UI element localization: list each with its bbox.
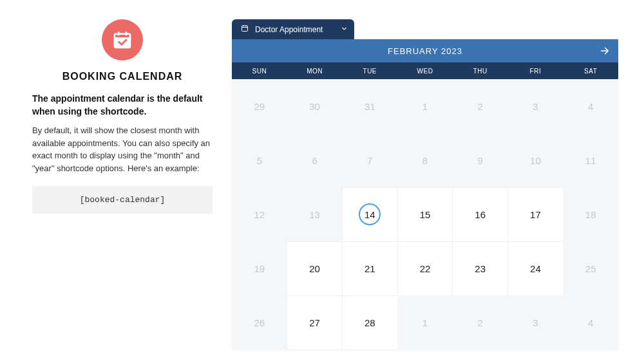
day-number: 3 [533,101,538,112]
day-number: 23 [475,263,486,274]
day-number: 16 [475,209,486,220]
day-number: 1 [422,101,428,112]
day-number: 15 [420,209,431,220]
svg-rect-3 [118,32,120,35]
calendar-day-cell: 19 [232,241,287,295]
day-number: 26 [254,317,265,328]
panel-description: By default, it will show the closest mon… [32,124,213,174]
day-number: 27 [309,317,320,328]
calendar-day-cell[interactable]: 20 [287,241,343,296]
day-number: 18 [585,209,596,220]
calendar-day-cell[interactable]: 14 [342,187,398,242]
day-number: 9 [478,155,483,166]
calendar-day-cell: 25 [563,241,618,295]
calendar-day-cell[interactable]: 16 [452,187,508,242]
calendar-day-cell: 29 [232,79,287,133]
calendar-widget: FEBRUARY 2023 SUN MON TUE WED THU FRI SA… [232,39,618,349]
day-number: 31 [365,101,375,112]
calendar-day-cell[interactable]: 27 [287,295,343,350]
day-number: 24 [530,263,541,274]
calendar-day-cell: 9 [453,133,508,187]
calendar-selector-tab[interactable]: Doctor Appointment [232,19,354,39]
panel-subtitle: The appointment calendar is the default … [32,93,213,118]
calendar-tab-bar: Doctor Appointment [232,19,618,39]
calendar-day-cell: 8 [397,133,453,187]
shortcode-example: [booked-calendar] [32,186,213,214]
calendar-day-cell[interactable]: 28 [342,295,398,350]
day-number: 1 [422,317,428,328]
svg-rect-5 [242,26,248,32]
day-number: 4 [588,317,593,328]
info-panel: BOOKING CALENDAR The appointment calenda… [32,19,213,349]
calendar-icon [241,24,249,34]
day-number: 17 [530,209,541,220]
next-month-button[interactable] [599,45,611,57]
day-number: 3 [533,317,538,328]
calendar-day-cell: 30 [287,79,343,133]
weekday-header: THU [453,62,508,79]
day-number: 12 [254,209,265,220]
calendar-day-cell: 5 [232,133,287,187]
month-label: FEBRUARY 2023 [388,46,462,56]
calendar-day-cell: 2 [453,295,508,349]
day-number: 21 [365,263,375,274]
day-number: 29 [254,101,265,112]
day-number: 22 [420,263,431,274]
calendar-day-cell: 3 [508,295,564,349]
day-number: 8 [422,155,428,166]
calendar-grid: 2930311234567891011121314151617181920212… [232,79,618,349]
weekday-header: TUE [342,62,397,79]
day-number: 11 [585,155,596,166]
weekday-header: MON [287,62,343,79]
calendar-day-cell[interactable]: 21 [342,241,398,296]
day-number: 2 [478,317,483,328]
calendar-day-cell[interactable]: 22 [397,241,453,296]
day-number: 7 [367,155,372,166]
day-number: 13 [309,209,320,220]
panel-title: BOOKING CALENDAR [62,71,183,82]
calendar-day-cell: 26 [232,295,287,349]
calendar-panel: Doctor Appointment FEBRUARY 2023 SUN MON… [232,19,618,349]
weekday-header-row: SUN MON TUE WED THU FRI SAT [232,62,618,79]
weekday-header: FRI [508,62,564,79]
calendar-day-cell: 1 [397,295,453,349]
calendar-day-cell: 2 [453,79,508,133]
chevron-down-icon [341,25,348,34]
tab-label: Doctor Appointment [255,25,323,34]
calendar-day-cell: 1 [397,79,453,133]
calendar-day-cell: 13 [287,187,343,241]
day-number: 25 [585,263,596,274]
day-number: 14 [359,203,381,225]
calendar-day-cell: 31 [342,79,397,133]
weekday-header: SAT [563,62,618,79]
weekday-header: SUN [232,62,287,79]
calendar-day-cell[interactable]: 17 [507,187,564,242]
calendar-day-cell: 4 [563,79,618,133]
calendar-day-cell[interactable]: 23 [452,241,508,296]
day-number: 5 [257,155,262,166]
calendar-day-cell: 3 [508,79,564,133]
day-number: 30 [309,101,320,112]
svg-rect-4 [125,32,127,35]
weekday-header: WED [397,62,453,79]
calendar-day-cell: 12 [232,187,287,241]
calendar-day-cell: 7 [342,133,397,187]
calendar-day-cell: 18 [563,187,618,241]
calendar-day-cell: 4 [563,295,618,349]
day-number: 20 [309,263,320,274]
calendar-day-cell[interactable]: 24 [507,241,564,296]
day-number: 6 [312,155,317,166]
calendar-check-icon [102,19,143,60]
calendar-day-cell: 10 [508,133,564,187]
day-number: 10 [530,155,541,166]
calendar-day-cell: 11 [563,133,618,187]
day-number: 19 [254,263,265,274]
calendar-month-header: FEBRUARY 2023 [232,39,618,62]
day-number: 4 [588,101,593,112]
calendar-day-cell: 6 [287,133,343,187]
day-number: 28 [365,317,375,328]
day-number: 2 [478,101,483,112]
calendar-day-cell[interactable]: 15 [397,187,453,242]
